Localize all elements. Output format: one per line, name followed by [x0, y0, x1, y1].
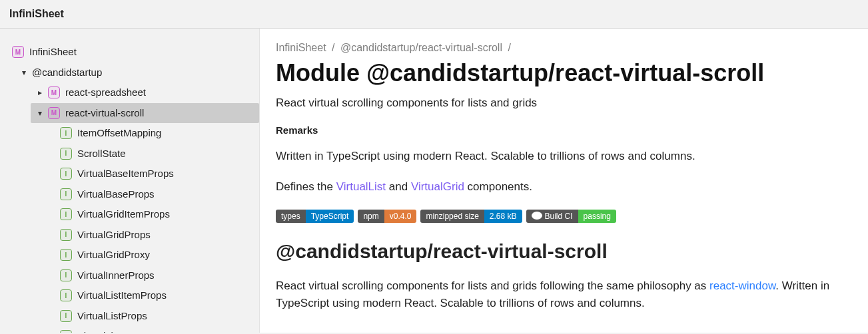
link-react-window[interactable]: react-window	[709, 279, 775, 292]
member-label: VirtualBaseItemProps	[77, 166, 174, 182]
member-label: VirtualBaseProps	[77, 187, 155, 202]
sidebar-module-react-virtual-scroll[interactable]: ▾ M react-virtual-scroll	[31, 103, 259, 124]
module-icon: M	[12, 46, 24, 58]
breadcrumb-root[interactable]: InfiniSheet	[276, 42, 326, 53]
link-virtuallist[interactable]: VirtualList	[336, 180, 386, 193]
sidebar-member[interactable]: IVirtualInnerProps	[56, 265, 259, 286]
interface-icon: I	[60, 289, 72, 301]
breadcrumb: InfiniSheet / @candidstartup/react-virtu…	[276, 42, 852, 54]
topbar: InfiniSheet	[0, 0, 868, 29]
sidebar-member[interactable]: IVirtualGridItemProps	[56, 204, 259, 225]
badge[interactable]: typesTypeScript	[276, 210, 354, 223]
badge[interactable]: Build CIpassing	[526, 210, 616, 223]
sidebar: M InfiniSheet ▾ @candidstartup ▸ M react…	[0, 29, 260, 333]
tree-root-label: InfiniSheet	[29, 45, 77, 60]
sidebar-member[interactable]: IVirtualBaseProps	[56, 184, 259, 205]
interface-icon: I	[60, 310, 72, 322]
interface-icon: I	[60, 269, 72, 281]
member-label: VirtualListProps	[77, 309, 147, 324]
interface-icon: I	[60, 127, 72, 139]
tree-root[interactable]: M InfiniSheet	[8, 42, 259, 63]
member-label: ScrollState	[77, 146, 126, 162]
badge-left: Build CI	[526, 210, 578, 223]
sidebar-member[interactable]: IVirtualListProps	[56, 306, 259, 327]
sidebar-member[interactable]: IScrollState	[56, 144, 259, 164]
badge-right: TypeScript	[306, 210, 354, 223]
tree-namespace[interactable]: ▾ @candidstartup	[15, 63, 259, 83]
member-label: VirtualGridProxy	[77, 248, 150, 263]
sidebar-member[interactable]: IItemOffsetMapping	[56, 123, 259, 144]
breadcrumb-module[interactable]: @candidstartup/react-virtual-scroll	[340, 42, 502, 53]
member-label: VirtualGridProps	[77, 228, 151, 243]
content: InfiniSheet / @candidstartup/react-virtu…	[260, 29, 868, 333]
badge[interactable]: npmv0.4.0	[358, 210, 416, 223]
github-icon	[532, 212, 542, 220]
badge-row: typesTypeScriptnpmv0.4.0minzipped size2.…	[276, 210, 852, 223]
module-label: react-virtual-scroll	[65, 106, 144, 121]
chevron-down-icon: ▾	[19, 67, 29, 79]
sidebar-member[interactable]: IVirtualGridProxy	[56, 245, 259, 265]
member-label: VirtualListItemProps	[77, 288, 167, 303]
breadcrumb-sep: /	[332, 42, 334, 53]
badge-right: 2.68 kB	[484, 210, 522, 223]
badge-left: npm	[358, 210, 384, 223]
badge-left: minzipped size	[420, 210, 484, 223]
interface-icon: I	[60, 208, 72, 220]
interface-icon: I	[60, 249, 72, 261]
interface-icon: I	[60, 188, 72, 200]
badge-left: types	[276, 210, 306, 223]
layout: M InfiniSheet ▾ @candidstartup ▸ M react…	[0, 29, 868, 333]
badge-right: v0.4.0	[384, 210, 417, 223]
member-label: VirtualGridItemProps	[77, 207, 170, 222]
chevron-down-icon: ▾	[35, 107, 45, 119]
badge[interactable]: minzipped size2.68 kB	[420, 210, 522, 223]
page-title: Module @candidstartup/react-virtual-scro…	[276, 59, 852, 87]
sidebar-member[interactable]: IVirtualGridProps	[56, 225, 259, 246]
sidebar-member[interactable]: IVirtualListItemProps	[56, 285, 259, 306]
interface-icon: I	[60, 229, 72, 241]
site-title[interactable]: InfiniSheet	[9, 8, 64, 19]
module-icon: M	[48, 86, 60, 98]
sidebar-member[interactable]: IVirtualListProxy	[56, 326, 259, 333]
member-label: VirtualInnerProps	[77, 268, 155, 283]
readme-heading: @candidstartup/react-virtual-scroll	[276, 240, 852, 263]
module-description: React virtual scrolling components for l…	[276, 96, 852, 110]
link-virtualgrid[interactable]: VirtualGrid	[411, 180, 464, 193]
module-icon: M	[48, 107, 60, 119]
interface-icon: I	[60, 168, 72, 180]
tree-namespace-label: @candidstartup	[32, 65, 102, 81]
breadcrumb-sep: /	[508, 42, 510, 53]
remarks-p1: Written in TypeScript using modern React…	[276, 148, 852, 165]
chevron-right-icon: ▸	[35, 86, 45, 98]
remarks-heading: Remarks	[276, 124, 852, 136]
remarks-p2: Defines the VirtualList and VirtualGrid …	[276, 178, 852, 196]
sidebar-member[interactable]: IVirtualBaseItemProps	[56, 164, 259, 184]
sidebar-module-react-spreadsheet[interactable]: ▸ M react-spreadsheet	[31, 83, 259, 103]
member-label: ItemOffsetMapping	[77, 126, 161, 141]
member-label: VirtualListProxy	[77, 329, 147, 333]
module-label: react-spreadsheet	[65, 85, 146, 100]
badge-right: passing	[578, 210, 616, 223]
interface-icon: I	[60, 330, 72, 333]
readme-p1: React virtual scrolling components for l…	[276, 277, 852, 311]
interface-icon: I	[60, 148, 72, 160]
